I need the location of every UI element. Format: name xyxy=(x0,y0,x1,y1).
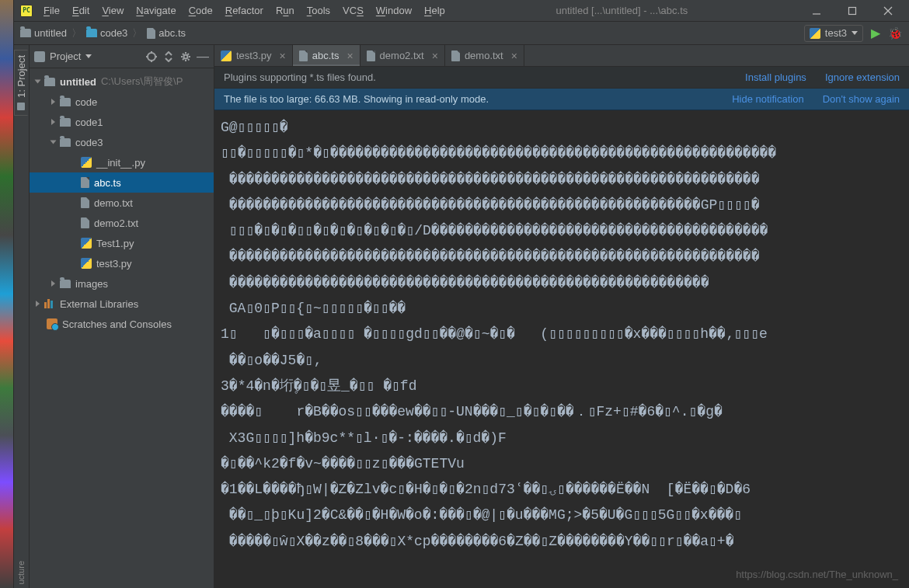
crumb-label: code3 xyxy=(100,27,127,39)
window-title: untitled [...\untitled] - ...\abc.ts xyxy=(445,5,799,16)
hide-button[interactable]: — xyxy=(197,50,209,63)
left-gutter: 1: Project ucture xyxy=(14,45,30,588)
file-icon xyxy=(147,28,155,39)
close-tab-icon[interactable]: × xyxy=(432,50,438,61)
disclosure-icon[interactable] xyxy=(51,99,55,105)
run-config-label: test3 xyxy=(825,27,847,39)
menu-refactor[interactable]: Refactor xyxy=(225,5,263,16)
menu-edit[interactable]: Edit xyxy=(72,5,89,16)
run-button[interactable]: ▶ xyxy=(871,26,880,40)
chevron-down-icon xyxy=(85,54,92,58)
menu-file[interactable]: File xyxy=(44,5,60,16)
readonly-banner: The file is too large: 66.63 MB. Showing… xyxy=(214,89,909,110)
folder-icon xyxy=(60,118,71,127)
tree-file-test3[interactable]: test3.py xyxy=(30,253,214,273)
svg-point-9 xyxy=(184,54,188,58)
navigation-bar: untitled 〉 code3 〉 abc.ts test3 ▶ 🐞 xyxy=(14,22,909,45)
project-icon xyxy=(34,51,45,62)
file-icon xyxy=(81,197,89,208)
svg-point-4 xyxy=(148,53,155,61)
tree-folder-code[interactable]: code xyxy=(30,92,214,112)
close-button[interactable] xyxy=(870,0,906,22)
crumb-label: untitled xyxy=(34,27,67,39)
python-icon xyxy=(810,28,820,39)
close-tab-icon[interactable]: × xyxy=(280,50,286,61)
editor-content[interactable]: G@▯▯▯▯▯� ▯▯�▯▯▯▯▯�▯*�▯������������������… xyxy=(214,110,909,588)
project-icon xyxy=(17,103,25,110)
file-icon xyxy=(81,177,89,188)
tree-file-demo2[interactable]: demo2.txt xyxy=(30,213,214,233)
tree-scratches[interactable]: Scratches and Consoles xyxy=(30,314,214,334)
tree-folder-code1[interactable]: code1 xyxy=(30,112,214,132)
tab-demo[interactable]: demo.txt × xyxy=(445,45,524,66)
tree-file-abc[interactable]: abc.ts xyxy=(30,172,214,193)
menu-run[interactable]: Run xyxy=(276,5,294,16)
chevron-down-icon xyxy=(852,31,858,35)
watermark: https://blog.csdn.net/The_unknown_ xyxy=(736,569,898,580)
disclosure-icon[interactable] xyxy=(51,119,55,125)
folder-icon xyxy=(60,138,71,147)
file-icon xyxy=(451,50,460,61)
disclosure-icon[interactable] xyxy=(36,301,40,307)
menu-tools[interactable]: Tools xyxy=(307,5,330,16)
menu-help[interactable]: Help xyxy=(424,5,445,16)
tree-file-init[interactable]: __init__.py xyxy=(30,152,214,172)
folder-icon xyxy=(44,78,55,86)
settings-button[interactable] xyxy=(179,50,192,63)
desktop-edge xyxy=(0,0,14,588)
app-icon: PC xyxy=(20,5,33,17)
tool-title[interactable]: Project xyxy=(34,50,141,62)
close-tab-icon[interactable]: × xyxy=(347,50,353,61)
menu-code[interactable]: Code xyxy=(189,5,213,16)
locate-button[interactable] xyxy=(145,50,158,63)
folder-icon xyxy=(60,98,71,106)
menu-view[interactable]: View xyxy=(102,5,124,16)
ignore-extension-link[interactable]: Ignore extension xyxy=(825,71,900,83)
tab-abc[interactable]: abc.ts × xyxy=(293,45,360,66)
tree-external-libraries[interactable]: External Libraries xyxy=(30,294,214,314)
tab-test3[interactable]: test3.py × xyxy=(214,45,293,66)
svg-rect-1 xyxy=(849,7,856,14)
maximize-button[interactable] xyxy=(834,0,870,22)
breadcrumb[interactable]: untitled 〉 code3 〉 abc.ts xyxy=(20,26,186,40)
file-icon xyxy=(81,217,89,228)
tree-root[interactable]: untitled C:\Users\周智俊\P xyxy=(30,71,214,92)
scratch-icon xyxy=(47,318,57,329)
crumb-label: abc.ts xyxy=(158,27,186,39)
close-tab-icon[interactable]: × xyxy=(511,50,517,61)
menu-navigate[interactable]: Navigate xyxy=(136,5,176,16)
tool-tab-structure[interactable]: ucture xyxy=(14,558,29,588)
editor-tabs: test3.py × abc.ts × demo2.txt × demo.txt… xyxy=(214,45,909,67)
project-tree: untitled C:\Users\周智俊\P code code1 code3 xyxy=(30,68,214,588)
install-plugins-link[interactable]: Install plugins xyxy=(745,71,806,83)
folder-icon xyxy=(20,29,31,37)
dont-show-again-link[interactable]: Don't show again xyxy=(823,93,900,105)
folder-icon xyxy=(60,280,71,288)
tree-file-test1[interactable]: Test1.py xyxy=(30,233,214,253)
python-icon xyxy=(221,50,232,61)
chevron-right-icon: 〉 xyxy=(132,26,142,40)
tree-file-demo[interactable]: demo.txt xyxy=(30,193,214,213)
menu-window[interactable]: Window xyxy=(376,5,412,16)
menu-vcs[interactable]: VCS xyxy=(343,5,364,16)
python-icon xyxy=(81,157,92,168)
minimize-button[interactable] xyxy=(799,0,834,22)
tab-demo2[interactable]: demo2.txt × xyxy=(360,45,445,66)
hide-notification-link[interactable]: Hide notification xyxy=(732,93,804,105)
tree-folder-code3[interactable]: code3 xyxy=(30,132,214,152)
tree-folder-images[interactable]: images xyxy=(30,273,214,294)
file-icon xyxy=(367,50,375,61)
banner-message: Plugins supporting *.ts files found. xyxy=(224,71,376,83)
tool-tab-project[interactable]: 1: Project xyxy=(14,50,29,116)
editor-area: test3.py × abc.ts × demo2.txt × demo.txt… xyxy=(214,45,909,588)
debug-button[interactable]: 🐞 xyxy=(888,26,903,40)
disclosure-icon[interactable] xyxy=(51,280,55,287)
run-config-select[interactable]: test3 xyxy=(804,25,863,42)
banner-message: The file is too large: 66.63 MB. Showing… xyxy=(224,93,489,105)
title-bar: PC File Edit View Navigate Code Refactor… xyxy=(14,0,909,22)
folder-icon xyxy=(86,29,97,37)
expand-all-button[interactable] xyxy=(162,50,175,63)
project-tool-window: Project — untitled C:\Users\周智俊\P xyxy=(30,45,214,588)
disclosure-icon[interactable] xyxy=(50,141,57,144)
disclosure-icon[interactable] xyxy=(35,80,41,84)
